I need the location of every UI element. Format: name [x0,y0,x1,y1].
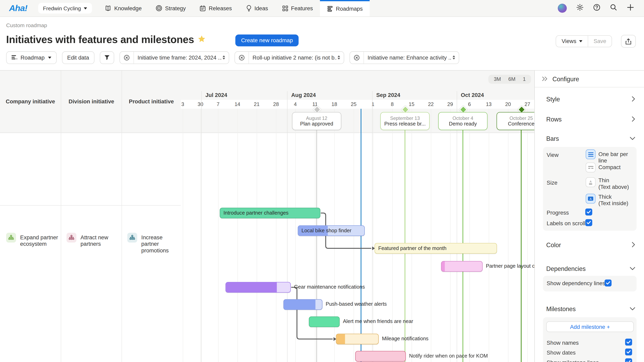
gantt-bar[interactable] [283,299,322,310]
week-gridline [508,109,508,362]
nav-item-roadmaps[interactable]: Roadmaps [320,0,370,16]
zoom-6m-button[interactable]: 6M [504,76,519,82]
nav-item-label: Roadmaps [336,6,363,12]
app-window: Aha! Fredwin Cycling KnowledgeStrategyRe… [0,0,644,362]
week-gridline [470,109,470,362]
zoom-3m-button[interactable]: 3M [490,76,504,82]
milestone-date: October 25 [510,115,533,120]
save-button[interactable]: Save [588,36,612,47]
workspace-selector[interactable]: Fredwin Cycling [38,3,92,13]
gantt-bar[interactable] [355,351,406,362]
milestone-card[interactable]: August 12Plan approved [292,112,341,130]
month-gridline [287,91,288,362]
initiative-cell[interactable]: Attract new partners [66,233,119,247]
settings-gear-icon[interactable] [576,3,584,13]
initiative-cell[interactable]: Expand partner ecosystem [6,233,59,247]
progress-checkbox[interactable] [585,209,592,216]
roadmap-main: Company initiative Division initiative P… [0,70,644,362]
share-button[interactable] [621,35,636,47]
show-dates-checkbox[interactable] [625,349,632,356]
date-tick-label: 4 [294,100,297,109]
remove-filter-icon[interactable] [120,51,134,63]
views-button[interactable]: Views [556,36,588,47]
zoom-1-button[interactable]: 1 [519,76,530,82]
gantt-bar-label: Alert me when friends are near [343,316,413,327]
milestone-name: Plan approved [300,121,333,127]
reorder-filter-icon[interactable] [337,55,344,59]
remove-filter-icon[interactable] [235,51,249,63]
favorite-star-icon[interactable] [198,33,206,45]
week-gridline [450,109,450,362]
nav-item-features[interactable]: Features [275,0,320,16]
bars-settings-panel: View One bar per line Compact Size A Thi… [543,147,636,231]
week-gridline [257,109,257,362]
aha-logo[interactable]: Aha! [9,3,27,13]
milestone-name: Press release br... [384,121,426,127]
filter-funnel-button[interactable] [100,51,114,64]
initiative-cell[interactable]: Increase partner promotions [128,233,180,254]
one-bar-per-line-option[interactable] [586,149,596,159]
show-milestone-lines-checkbox[interactable] [625,359,632,362]
gantt-chart: 33071421284111825181522296132027Jul 2024… [181,71,534,362]
milestone-date: September 13 [390,115,420,120]
gantt-bar[interactable] [226,282,290,293]
reorder-filter-icon[interactable] [222,55,229,59]
filter-chip-1[interactable]: Roll-up initiative 2 name: (is not b... [234,51,344,64]
size-thick-option[interactable]: A [586,194,596,204]
column-header-company: Company initiative [0,71,61,133]
milestone-card[interactable]: October 4Demo ready [438,112,488,130]
size-thin-option[interactable]: A [586,177,596,187]
gantt-bar[interactable] [441,261,482,272]
filter-chip-2[interactable]: Initiative name: Enhance activity ... [349,51,459,64]
gantt-bar[interactable]: Featured partner of the month [374,243,497,254]
gantt-bar[interactable]: Introduce partner challenges [220,208,320,218]
compact-option[interactable] [586,162,596,172]
gantt-bar-label: Push-based weather alerts [326,299,386,310]
milestone-card[interactable]: September 13Press release br... [380,112,430,130]
configure-panel: Configure Style Rows Bars View One bar [534,71,644,362]
section-color[interactable]: Color [535,239,644,250]
labels-on-scroll-checkbox[interactable] [585,219,592,226]
gantt-bar-progress [226,282,277,292]
roadmap-type-button[interactable]: Roadmap [6,51,56,64]
week-gridline [200,109,201,362]
milestone-date: August 12 [306,115,328,120]
milestone-card[interactable]: October 25Conference [496,112,534,130]
section-dependencies[interactable]: Dependencies [535,263,644,274]
edit-data-button[interactable]: Edit data [62,51,94,64]
view-label: View [546,152,558,158]
nav-item-knowledge[interactable]: Knowledge [98,0,149,16]
gantt-bar[interactable]: Local bike shop finder [298,225,365,236]
add-milestone-button[interactable]: Add milestone + [546,321,634,332]
nav-item-ideas[interactable]: Ideas [239,0,275,16]
milestone-name: Conference [508,121,534,127]
section-milestones[interactable]: Milestones [535,303,644,314]
section-bars[interactable]: Bars [535,132,644,144]
roadmap-icon [327,6,333,12]
gantt-bar[interactable] [309,316,340,327]
nav-item-strategy[interactable]: Strategy [149,0,193,16]
add-plus-icon[interactable] [627,3,634,13]
date-tick-label: 14 [234,100,240,109]
avatar[interactable] [558,3,567,13]
collapse-panel-icon[interactable] [542,76,548,81]
search-icon[interactable] [610,3,618,13]
week-gridline [218,109,218,362]
reorder-filter-icon[interactable] [452,55,459,59]
nav-item-releases[interactable]: Releases [193,0,239,16]
week-gridline [295,109,296,362]
section-rows[interactable]: Rows [535,113,644,125]
chevron-down-icon [579,40,582,42]
remove-filter-icon[interactable] [350,51,364,63]
date-tick-label: 13 [486,100,492,109]
gantt-bar[interactable] [336,334,378,344]
filter-chip-label: Initiative time frame: 2024, 2024 ... [134,54,222,60]
filter-chip-label: Initiative name: Enhance activity ... [364,54,452,60]
date-tick-label: 28 [273,100,279,109]
show-names-checkbox[interactable] [625,339,632,346]
help-icon[interactable] [593,3,600,13]
create-roadmap-button[interactable]: Create new roadmap [235,34,298,46]
show-dependency-lines-checkbox[interactable] [604,280,612,287]
section-style[interactable]: Style [535,93,644,105]
filter-chip-0[interactable]: Initiative time frame: 2024, 2024 ... [120,51,229,64]
